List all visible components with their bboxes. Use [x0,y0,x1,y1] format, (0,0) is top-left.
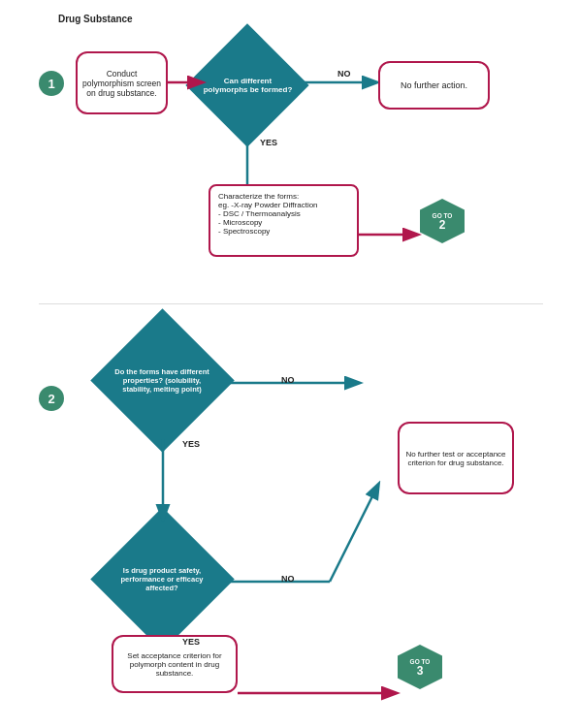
box-set-accept-label: Set acceptance criterion for polymorph c… [118,651,231,678]
goto2-badge: GO TO 2 [420,199,465,243]
diamond-different-props-text: Do the forms have different properties? … [105,330,219,431]
box-no-test-label: No further test or acceptance criterion … [404,450,507,467]
box-conduct-label: Conduct polymorphism screen on drug subs… [82,69,161,98]
section-divider [39,303,543,304]
step1-badge: 1 [39,71,64,96]
diamond-drug-product-safety-text: Is drug product safety, performance or e… [105,528,219,630]
yes-label-2: YES [182,439,200,449]
section1: 1 Conduct polymorphism screen on drug su… [39,34,543,291]
goto3-badge: GO TO 3 [398,645,442,689]
box-no-action-label: No further action. [401,80,467,90]
box-no-further-action: No further action. [378,61,490,110]
section2: 2 Do the forms have different properties… [39,320,543,703]
box-characterize-forms: Characterize the forms: eg. -X-ray Powde… [209,184,359,257]
yes-label-3: YES [182,637,200,647]
diamond-can-different-text: Can different polymorphs be formed? [197,42,299,129]
step2-badge: 2 [39,386,64,411]
page-title: Drug Substance [58,14,133,24]
yes-label-1: YES [260,138,277,147]
box-set-acceptance: Set acceptance criterion for polymorph c… [112,635,238,693]
no-label-2: NO [281,375,295,385]
no-label-3: NO [281,574,295,584]
box-characterize-label: Characterize the forms: eg. -X-ray Powde… [218,192,349,236]
no-label-1: NO [337,69,351,79]
box-no-further-test: No further test or acceptance criterion … [398,422,514,494]
box-conduct-polymorphism: Conduct polymorphism screen on drug subs… [76,51,168,114]
